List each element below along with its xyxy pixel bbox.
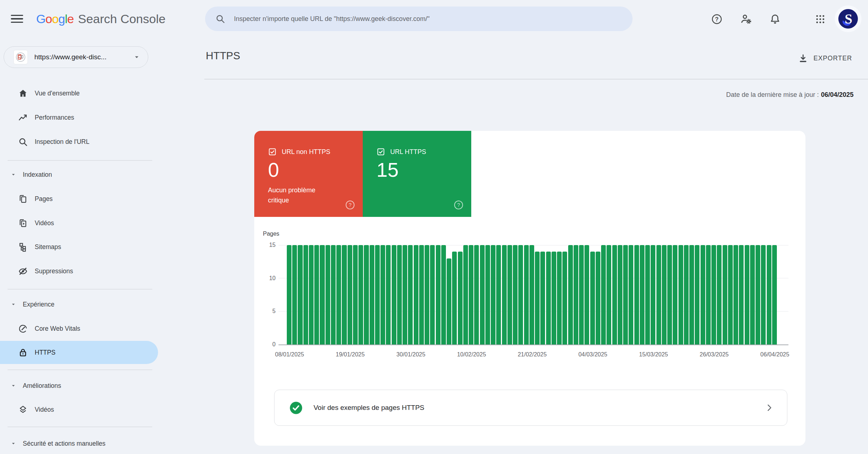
bar[interactable] [750, 245, 755, 344]
bar[interactable] [474, 245, 479, 344]
bar[interactable] [733, 245, 738, 344]
bar[interactable] [701, 245, 705, 344]
bar[interactable] [645, 245, 650, 344]
bar[interactable] [314, 245, 319, 344]
sidebar-item-removals[interactable]: Suppressions [0, 261, 167, 282]
bar[interactable] [618, 245, 622, 344]
bar[interactable] [303, 245, 308, 344]
bar[interactable] [480, 245, 485, 344]
bar[interactable] [364, 245, 369, 344]
bar[interactable] [557, 252, 562, 344]
sidebar-item-sitemaps[interactable]: Sitemaps [0, 236, 167, 257]
bar[interactable] [392, 245, 396, 344]
bar[interactable] [524, 245, 529, 344]
bar[interactable] [596, 252, 600, 344]
bar[interactable] [309, 245, 314, 344]
bar[interactable] [667, 245, 672, 344]
bar[interactable] [568, 245, 573, 344]
bar[interactable] [562, 252, 567, 344]
bar[interactable] [612, 245, 617, 344]
avatar[interactable]: S [838, 9, 858, 29]
bar[interactable] [441, 245, 446, 344]
bar[interactable] [507, 245, 512, 344]
bar[interactable] [634, 245, 639, 344]
bar[interactable] [358, 245, 363, 344]
bar[interactable] [607, 245, 611, 344]
app-logo[interactable]: Google Search Console [36, 10, 166, 27]
bar[interactable] [695, 245, 699, 344]
bar[interactable] [584, 245, 589, 344]
bar[interactable] [380, 245, 385, 344]
view-examples-row[interactable]: Voir des exemples de pages HTTPS [274, 390, 787, 426]
bar[interactable] [452, 252, 457, 344]
notifications-icon[interactable] [769, 13, 781, 25]
bar[interactable] [463, 245, 468, 344]
bar[interactable] [552, 252, 556, 344]
bar[interactable] [370, 245, 374, 344]
bar[interactable] [298, 245, 302, 344]
bar[interactable] [403, 245, 407, 344]
bar[interactable] [397, 245, 402, 344]
export-button[interactable]: EXPORTER [798, 49, 852, 67]
help-icon[interactable]: ? [711, 13, 723, 25]
bar[interactable] [662, 245, 667, 344]
bar[interactable] [706, 245, 711, 344]
bar[interactable] [579, 245, 584, 344]
sidebar-item-https[interactable]: HTTPS [0, 341, 158, 364]
bar[interactable] [673, 245, 677, 344]
bar[interactable] [336, 245, 341, 344]
bar[interactable] [678, 245, 683, 344]
bar[interactable] [745, 245, 749, 344]
sidebar-item-url-inspection[interactable]: Inspection de l'URL [0, 131, 167, 152]
bar[interactable] [292, 245, 297, 344]
bar[interactable] [684, 245, 689, 344]
bar[interactable] [629, 245, 633, 344]
bar[interactable] [767, 245, 771, 344]
bar[interactable] [353, 245, 358, 344]
bar[interactable] [717, 245, 722, 344]
bar[interactable] [518, 245, 523, 344]
url-inspection-searchbar[interactable] [205, 7, 633, 31]
bar[interactable] [320, 245, 324, 344]
search-input[interactable] [233, 15, 622, 23]
bar[interactable] [469, 245, 473, 344]
sidebar-item-overview[interactable]: Vue d'ensemble [0, 83, 167, 104]
bar[interactable] [546, 252, 551, 344]
bar[interactable] [342, 245, 346, 344]
bar[interactable] [414, 245, 418, 344]
bar[interactable] [326, 245, 330, 344]
bar[interactable] [513, 245, 518, 344]
sidebar-item-core-web-vitals[interactable]: Core Web Vitals [0, 318, 167, 339]
property-selector[interactable]: https://www.geek-disc... [4, 46, 148, 68]
sidebar-section-security[interactable]: Sécurité et actions manuelles [0, 434, 167, 453]
help-icon[interactable]: ? [453, 200, 464, 210]
menu-icon[interactable] [11, 13, 23, 24]
sidebar-item-pages[interactable]: Pages [0, 188, 167, 209]
sidebar-item-enhancement-videos[interactable]: Vidéos [0, 399, 167, 420]
bar[interactable] [540, 252, 545, 344]
bar[interactable] [772, 245, 777, 344]
bar[interactable] [656, 245, 661, 344]
bar[interactable] [623, 245, 628, 344]
bar[interactable] [535, 252, 540, 344]
bar[interactable] [761, 245, 766, 344]
bar[interactable] [447, 258, 451, 344]
bar[interactable] [425, 245, 429, 344]
bar[interactable] [651, 245, 655, 344]
bar[interactable] [574, 245, 578, 344]
bar[interactable] [287, 245, 292, 344]
bar[interactable] [739, 245, 744, 344]
bar[interactable] [640, 245, 644, 344]
bar[interactable] [419, 245, 424, 344]
sidebar-item-performance[interactable]: Performances [0, 107, 167, 128]
bar[interactable] [408, 245, 413, 344]
bar[interactable] [430, 245, 435, 344]
bar[interactable] [348, 245, 352, 344]
bar[interactable] [331, 245, 336, 344]
bar[interactable] [491, 245, 495, 344]
sidebar-section-enhancements[interactable]: Améliorations [0, 377, 167, 395]
card-non-https[interactable]: URL non HTTPS 0 Aucun problème critique … [254, 131, 363, 217]
bar[interactable] [756, 245, 760, 344]
bar[interactable] [689, 245, 694, 344]
user-settings-icon[interactable] [740, 13, 752, 25]
